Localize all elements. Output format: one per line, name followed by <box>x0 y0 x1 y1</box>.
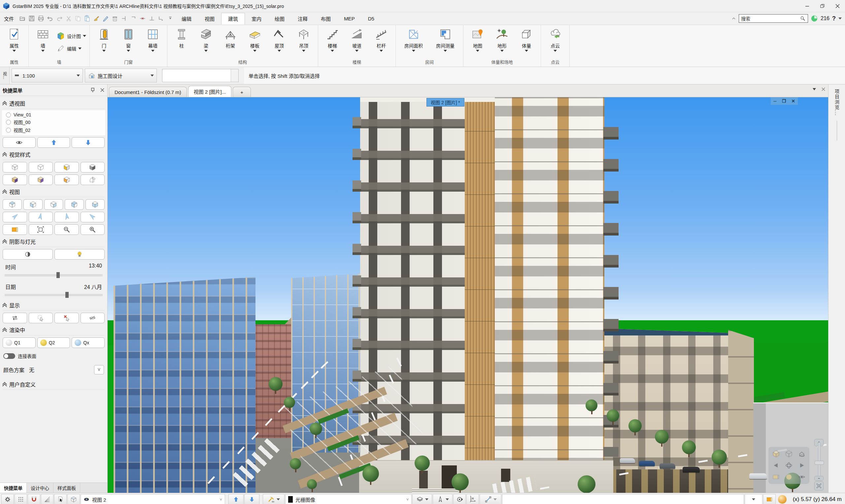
style-wireframe-button[interactable] <box>3 162 27 173</box>
terrain-button[interactable]: 地形 <box>490 26 514 59</box>
value-combo[interactable] <box>745 494 762 504</box>
panel-tab-quick-menu[interactable]: 快捷菜单 <box>0 483 27 493</box>
vp-close-icon[interactable]: ✕ <box>792 98 795 104</box>
snap-perpendicular-icon[interactable] <box>147 14 156 23</box>
door-button[interactable]: 门 <box>92 26 116 59</box>
zoom-slider[interactable]: + − <box>814 439 824 491</box>
orbit-right-button[interactable] <box>81 212 105 222</box>
massing-button[interactable]: 体量 <box>514 26 539 59</box>
render-qx-button[interactable]: Qx <box>72 338 105 348</box>
minimize-button[interactable] <box>799 0 815 12</box>
view-side-tab[interactable]: 视... <box>0 67 10 84</box>
light-toggle-button[interactable] <box>54 249 105 259</box>
nav-render-icon[interactable] <box>772 473 780 481</box>
date-slider-thumb[interactable] <box>65 292 69 298</box>
point-cloud-button[interactable]: 点云 <box>543 26 567 59</box>
section-visual-style[interactable]: 视觉样式 <box>3 150 105 160</box>
pen-icon[interactable] <box>101 14 110 23</box>
column-button[interactable]: 柱 <box>169 26 194 59</box>
copy-icon[interactable] <box>74 14 82 23</box>
segment-caret-icon[interactable] <box>493 498 497 500</box>
nav-wire-cube-icon[interactable] <box>785 450 793 458</box>
view-option-row[interactable]: 视图_02 <box>2 126 105 134</box>
project-browser-strip[interactable]: 项目浏览... <box>828 85 845 493</box>
section-user-custom[interactable]: 用户自定义 <box>3 380 105 390</box>
perspective-view-button[interactable] <box>3 224 27 235</box>
style-colored-button[interactable] <box>3 175 27 185</box>
help-button[interactable]: ? <box>832 15 836 22</box>
zoom-fit-button[interactable] <box>814 481 824 490</box>
collapse-chevron-icon[interactable] <box>3 153 6 156</box>
selection-filter-combo[interactable] <box>162 69 239 82</box>
project-browser-label[interactable]: 项目浏览... <box>833 89 840 116</box>
nav-sphere-icon[interactable] <box>785 473 793 481</box>
active-layer-combo[interactable]: 光栅图像˅ <box>285 494 411 504</box>
layers-button[interactable] <box>412 494 432 504</box>
menu-item-view[interactable]: 视图 <box>198 14 221 24</box>
menu-item-mep[interactable]: MEP <box>337 14 362 23</box>
stair-button[interactable]: 楼梯 <box>320 26 345 59</box>
panel-tab-design-center[interactable]: 设计中心 <box>27 483 53 493</box>
menu-item-annotate[interactable]: 注释 <box>291 14 314 24</box>
vp-minimize-icon[interactable]: ─ <box>773 98 776 104</box>
orbit-forward-button[interactable] <box>54 212 79 222</box>
collapse-ribbon-icon[interactable] <box>732 16 736 21</box>
collapse-chevron-icon[interactable] <box>3 383 6 386</box>
format-brush-icon[interactable] <box>92 14 101 23</box>
truss-button[interactable]: 桁架 <box>218 26 243 59</box>
render-q1-button[interactable]: Q1 <box>3 338 36 348</box>
menu-item-interior[interactable]: 室内 <box>245 14 268 24</box>
delete-icon[interactable] <box>110 14 119 23</box>
document-tab[interactable]: Document1 - Földszint (0.7 m) <box>109 87 187 97</box>
style-xray-button[interactable] <box>54 175 79 185</box>
style-sketch-button[interactable] <box>81 175 105 185</box>
viewport-3d[interactable]: 视图 2 [图片] * ─❐✕ + − <box>108 97 828 493</box>
room-area-button[interactable]: 房间面积 <box>398 26 429 59</box>
ramp-button[interactable]: 坡道 <box>345 26 369 59</box>
vp-restore-icon[interactable]: ❐ <box>782 98 786 104</box>
object-snap-button[interactable] <box>28 494 40 504</box>
zoom-extents-button[interactable] <box>29 224 53 235</box>
menu-item-d5[interactable]: D5 <box>362 14 381 23</box>
beam-button[interactable]: 梁 <box>194 26 218 59</box>
nav-rotate-right-icon[interactable] <box>797 461 806 470</box>
nav-eye-icon[interactable] <box>797 473 806 481</box>
view-top-button[interactable] <box>3 199 22 210</box>
panel-tab-style-panel[interactable]: 样式面板 <box>53 483 80 493</box>
print-icon[interactable] <box>37 14 45 23</box>
hide-selected-button[interactable] <box>54 313 79 323</box>
design-drawing-button[interactable]: 设计图 <box>55 31 87 41</box>
close-button[interactable] <box>830 0 845 12</box>
tab-list-caret-icon[interactable] <box>813 88 816 90</box>
menu-item-layout[interactable]: 布图 <box>314 14 337 24</box>
value-caret-icon[interactable] <box>752 498 755 500</box>
scale-combo[interactable]: 1:100 <box>12 69 83 83</box>
section-perspective[interactable]: 透视图 <box>3 99 105 109</box>
properties-button[interactable]: 属性 <box>2 26 27 59</box>
help-caret-icon[interactable] <box>839 17 842 19</box>
section-view[interactable]: 视图 <box>3 188 105 197</box>
rotation-button[interactable] <box>453 494 466 504</box>
snap-corner-icon[interactable] <box>129 14 138 23</box>
nav-rotate-left-icon[interactable] <box>772 461 780 470</box>
color-scheme-dropdown[interactable]: ˅ <box>94 365 104 374</box>
section-rendering[interactable]: 渲染中 <box>3 326 105 336</box>
section-display[interactable]: 显示 <box>3 301 105 311</box>
grid-snap-button[interactable] <box>15 494 27 504</box>
radio-icon[interactable] <box>6 120 11 125</box>
snap-options-caret-icon[interactable] <box>166 14 175 23</box>
view-option-row[interactable]: View_01 <box>2 111 105 118</box>
north-direction-button[interactable] <box>433 494 453 504</box>
time-slider[interactable] <box>5 272 103 278</box>
roof-button[interactable]: 屋顶 <box>267 26 292 59</box>
angle-snap-button[interactable] <box>41 494 53 504</box>
build-3d-button[interactable]: 3D <box>263 494 284 504</box>
room-measure-button[interactable]: 房间测量 <box>429 26 461 59</box>
close-panel-icon[interactable] <box>100 88 105 92</box>
redo-icon[interactable] <box>55 14 64 23</box>
command-input[interactable] <box>502 494 744 504</box>
time-slider-thumb[interactable] <box>56 272 60 278</box>
date-slider[interactable] <box>5 292 103 298</box>
viewport-window-controls[interactable]: ─❐✕ <box>771 97 798 105</box>
menu-item-file[interactable]: 文件 <box>0 15 18 22</box>
